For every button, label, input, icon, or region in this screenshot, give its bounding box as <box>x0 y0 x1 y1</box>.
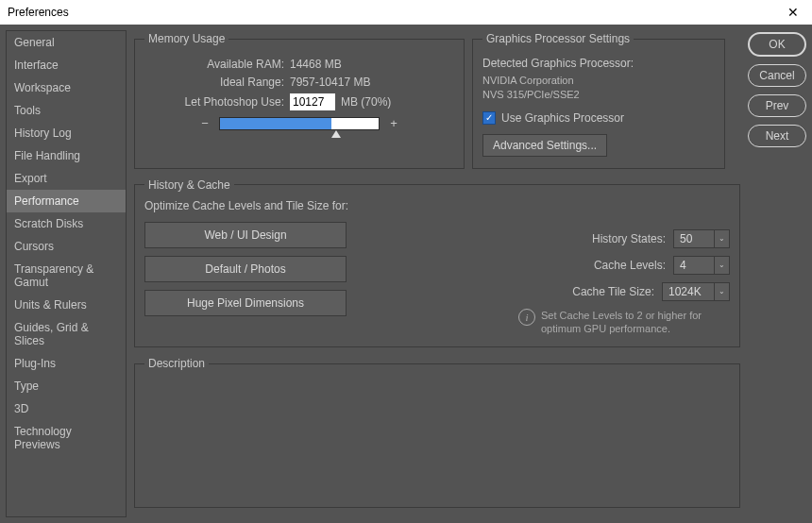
chevron-down-icon[interactable]: ⌄ <box>715 256 730 275</box>
sidebar-item-interface[interactable]: Interface <box>7 54 126 76</box>
action-column: OK Cancel Prev Next <box>748 30 806 517</box>
advanced-settings-button[interactable]: Advanced Settings... <box>482 134 607 157</box>
sidebar-item-plug-ins[interactable]: Plug-Ins <box>7 352 126 375</box>
history-states-label: History States: <box>592 232 666 245</box>
info-icon: i <box>518 309 535 326</box>
use-gpu-label: Use Graphics Processor <box>501 111 624 125</box>
main-area: GeneralInterfaceWorkspaceToolsHistory Lo… <box>0 25 812 523</box>
memory-use-suffix: MB (70%) <box>341 95 391 109</box>
sidebar-item-performance[interactable]: Performance <box>7 190 126 212</box>
next-button[interactable]: Next <box>748 125 806 147</box>
sidebar: GeneralInterfaceWorkspaceToolsHistory Lo… <box>6 30 127 517</box>
chevron-down-icon[interactable]: ⌄ <box>715 229 730 248</box>
memory-slider[interactable]: − + <box>144 116 454 130</box>
sidebar-item-units-rulers[interactable]: Units & Rulers <box>7 294 126 316</box>
available-ram-label: Available RAM: <box>144 58 290 71</box>
sidebar-item-workspace[interactable]: Workspace <box>7 76 126 99</box>
cancel-button[interactable]: Cancel <box>748 64 806 87</box>
cache-tile-label: Cache Tile Size: <box>572 285 654 298</box>
memory-use-input[interactable] <box>290 93 335 110</box>
sidebar-item-type[interactable]: Type <box>7 375 126 397</box>
preset-web-ui-design[interactable]: Web / UI Design <box>144 222 347 248</box>
description-area: Description <box>134 355 740 517</box>
sidebar-item-technology-previews[interactable]: Technology Previews <box>7 420 126 456</box>
content: Memory Usage Available RAM: 14468 MB Ide… <box>134 30 740 517</box>
sidebar-item-history-log[interactable]: History Log <box>7 122 126 144</box>
cache-settings: History States: 50 ⌄ Cache Levels: 4 ⌄ <box>365 218 730 336</box>
cache-levels-value[interactable]: 4 <box>673 256 715 275</box>
plus-icon[interactable]: + <box>387 116 400 130</box>
use-gpu-checkbox[interactable]: ✓ <box>482 111 496 125</box>
minus-icon[interactable]: − <box>198 116 211 130</box>
history-cache-group: History & Cache Optimize Cache Levels an… <box>134 178 740 348</box>
cache-info-text: Set Cache Levels to 2 or higher for opti… <box>541 309 711 336</box>
window-title: Preferences <box>8 6 69 19</box>
slider-fill <box>220 118 331 129</box>
detected-gpu-label: Detected Graphics Processor: <box>482 57 715 70</box>
titlebar: Preferences ✕ <box>0 0 812 25</box>
history-states-value[interactable]: 50 <box>673 229 715 248</box>
slider-track[interactable] <box>219 117 380 130</box>
sidebar-item-tools[interactable]: Tools <box>7 99 126 122</box>
gpu-device: NVS 315/PCIe/SSE2 <box>482 88 715 102</box>
optimize-label: Optimize Cache Levels and Tile Size for: <box>144 199 730 212</box>
sidebar-item-guides-grid-slices[interactable]: Guides, Grid & Slices <box>7 316 126 352</box>
cache-tile-value[interactable]: 1024K <box>662 282 715 301</box>
sidebar-item-export[interactable]: Export <box>7 167 126 190</box>
memory-legend: Memory Usage <box>144 32 228 45</box>
let-use-label: Let Photoshop Use: <box>144 95 290 109</box>
sidebar-item-file-handling[interactable]: File Handling <box>7 144 126 167</box>
sidebar-item-cursors[interactable]: Cursors <box>7 235 126 258</box>
preset-huge-pixel-dimensions[interactable]: Huge Pixel Dimensions <box>144 290 347 316</box>
memory-usage-group: Memory Usage Available RAM: 14468 MB Ide… <box>134 32 465 169</box>
gpu-vendor: NVIDIA Corporation <box>482 74 715 88</box>
slider-thumb[interactable] <box>331 130 341 138</box>
cache-levels-label: Cache Levels: <box>594 259 666 272</box>
sidebar-item-scratch-disks[interactable]: Scratch Disks <box>7 212 126 235</box>
sidebar-item-transparency-gamut[interactable]: Transparency & Gamut <box>7 258 126 294</box>
ok-button[interactable]: OK <box>748 32 806 57</box>
preset-buttons: Web / UI DesignDefault / PhotosHuge Pixe… <box>144 222 347 336</box>
sidebar-item-3d[interactable]: 3D <box>7 397 126 420</box>
available-ram-value: 14468 MB <box>290 58 342 71</box>
prev-button[interactable]: Prev <box>748 94 806 117</box>
description-group: Description <box>134 357 740 508</box>
ideal-range-value: 7957-10417 MB <box>290 76 370 89</box>
ideal-range-label: Ideal Range: <box>144 76 290 89</box>
gpu-legend: Graphics Processor Settings <box>482 32 634 45</box>
top-row: Memory Usage Available RAM: 14468 MB Ide… <box>134 30 740 169</box>
description-legend: Description <box>144 357 209 370</box>
preset-default-photos[interactable]: Default / Photos <box>144 256 347 282</box>
close-icon[interactable]: ✕ <box>782 3 804 22</box>
chevron-down-icon[interactable]: ⌄ <box>715 282 730 301</box>
gpu-settings-group: Graphics Processor Settings Detected Gra… <box>472 32 725 169</box>
sidebar-item-general[interactable]: General <box>7 31 126 54</box>
history-legend: History & Cache <box>144 178 234 192</box>
